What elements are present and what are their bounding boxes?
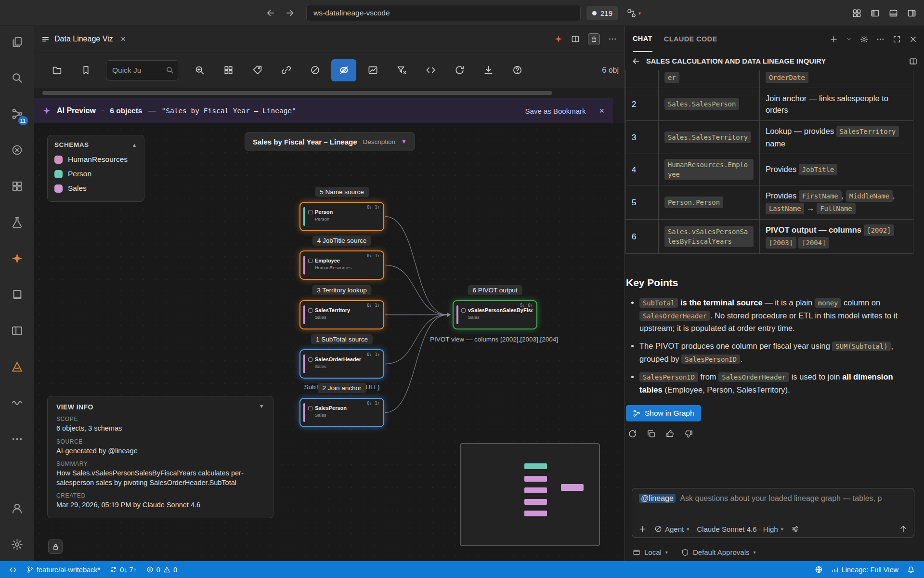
chat-input[interactable]: @lineage Ask questions about your loaded… <box>632 488 914 538</box>
workflow-button[interactable]: ▾ <box>627 6 641 20</box>
thumb-down-icon[interactable] <box>684 429 693 438</box>
activity-item-extensions[interactable] <box>11 180 23 194</box>
canvas-lock-button[interactable] <box>48 539 63 554</box>
chat-body[interactable]: erOrderDate2Sales.SalesPersonJoin anchor… <box>625 70 914 486</box>
graph-node-salesorderheader[interactable]: SalesOrderHeaderSales0↓ 1↑ <box>299 349 384 379</box>
gear-icon[interactable] <box>860 35 868 43</box>
activity-item-account[interactable] <box>11 502 23 516</box>
activity-item-beaker[interactable] <box>11 216 23 230</box>
zoom-in-button[interactable] <box>187 59 212 81</box>
filter-x-button[interactable] <box>389 59 414 81</box>
scrollbar-thumb[interactable] <box>42 91 552 95</box>
horizontal-scrollbar[interactable] <box>34 88 625 98</box>
command-center[interactable]: ws-datalineage-vscode <box>306 5 581 21</box>
mode-picker[interactable]: Agent ▾ <box>654 525 689 533</box>
activity-item-layout-panel[interactable] <box>11 325 23 339</box>
environment-picker[interactable]: Local ▾ <box>633 548 668 556</box>
checkbox-icon[interactable] <box>308 357 312 362</box>
panel-right-icon[interactable] <box>907 9 916 18</box>
ban-button[interactable] <box>302 59 327 81</box>
back-icon[interactable] <box>632 57 640 66</box>
schema-item-sales[interactable]: Sales <box>54 181 137 196</box>
activity-item-gear[interactable] <box>11 539 23 552</box>
refresh-icon[interactable] <box>628 429 637 438</box>
sparkle4-icon[interactable] <box>554 35 563 43</box>
collapse-icon[interactable]: ▲ <box>132 142 138 148</box>
plus-icon[interactable] <box>830 35 838 43</box>
back-icon[interactable] <box>266 8 275 18</box>
more-icon[interactable] <box>608 35 617 43</box>
chat-tab-chat[interactable]: CHAT <box>633 26 652 52</box>
chevron-down-icon[interactable] <box>846 36 852 42</box>
checkbox-icon[interactable] <box>461 308 466 313</box>
chat-input-line[interactable]: @lineage Ask questions about your loaded… <box>639 494 907 503</box>
download-button[interactable] <box>476 59 501 81</box>
banner-close-icon[interactable]: × <box>599 106 604 116</box>
refresh-button[interactable] <box>447 59 472 81</box>
layout-grid-icon[interactable] <box>852 9 861 18</box>
activity-item-book[interactable] <box>11 289 23 302</box>
save-as-bookmark-button[interactable]: Save as Bookmark <box>525 107 586 115</box>
checkbox-icon[interactable] <box>308 210 312 214</box>
minimap[interactable] <box>460 443 600 546</box>
tag-button[interactable] <box>245 59 270 81</box>
graph-node-employee[interactable]: EmployeeHumanResources0↓ 1↑ <box>299 250 384 280</box>
lock-button[interactable] <box>588 33 600 45</box>
remote-indicator[interactable] <box>5 561 21 578</box>
graph-node-person[interactable]: PersonPerson0↓ 1↑ <box>299 202 384 231</box>
problems-status[interactable]: 0 0 <box>142 561 182 578</box>
checkbox-icon[interactable] <box>308 406 312 410</box>
bookmark-button[interactable] <box>73 59 98 81</box>
activity-item-triangle-a[interactable] <box>11 361 23 375</box>
more-icon[interactable] <box>876 35 885 43</box>
attach-button[interactable] <box>638 525 647 533</box>
activity-item-more[interactable] <box>11 433 23 447</box>
chart-monitor-button[interactable] <box>360 59 385 81</box>
browser-status[interactable] <box>810 561 827 578</box>
tab-data-lineage-viz[interactable]: Data Lineage Viz × <box>34 26 133 52</box>
tab-close-icon[interactable]: × <box>121 34 126 44</box>
approvals-picker[interactable]: Default Approvals ▾ <box>681 548 756 556</box>
activity-item-share-graph[interactable]: 11 <box>11 108 23 122</box>
split-icon[interactable] <box>571 35 580 43</box>
lineage-view-status[interactable]: Lineage: Full View <box>827 561 903 578</box>
close-icon[interactable] <box>909 35 917 43</box>
panel-left-icon[interactable] <box>871 9 880 18</box>
activity-item-sparkle[interactable] <box>11 252 23 266</box>
graph-title-pill[interactable]: Sales by Fiscal Year – Lineage Descripti… <box>245 132 415 151</box>
schema-item-humanresources[interactable]: HumanResources <box>54 152 137 167</box>
show-in-graph-button[interactable]: Show in Graph <box>626 405 701 421</box>
chat-tab-claude-code[interactable]: CLAUDE CODE <box>664 26 717 52</box>
description-menu[interactable]: Description <box>363 138 396 145</box>
forward-icon[interactable] <box>285 8 295 18</box>
record-count-pill[interactable]: 219 <box>586 6 618 20</box>
thumb-up-icon[interactable] <box>665 429 675 438</box>
copy-icon[interactable] <box>647 429 656 438</box>
sync-status[interactable]: 0↓ 7↑ <box>105 561 141 578</box>
help-button[interactable] <box>505 59 530 81</box>
activity-item-wave[interactable] <box>11 397 23 411</box>
grid-button[interactable] <box>216 59 241 81</box>
branch-status[interactable]: feature/ai-writeback* <box>22 561 104 578</box>
send-button[interactable] <box>899 525 908 533</box>
code-button[interactable] <box>418 59 443 81</box>
checkbox-icon[interactable] <box>308 259 312 263</box>
model-picker[interactable]: Claude Sonnet 4.6 · High ▾ <box>697 525 783 533</box>
eye-off-button[interactable] <box>331 59 356 81</box>
lineage-canvas[interactable]: SCHEMAS ▲ HumanResourcesPersonSales Sale… <box>34 123 625 561</box>
graph-node-salesperson[interactable]: SalesPersonSales0↓ 1↑ <box>299 398 384 427</box>
folder-button[interactable] <box>44 59 69 81</box>
split-panel-icon[interactable] <box>909 57 917 66</box>
expand-icon[interactable] <box>893 35 901 43</box>
activity-item-search[interactable] <box>11 72 23 86</box>
graph-node-salesterritory[interactable]: SalesTerritorySales0↓ 1↑ <box>299 300 384 329</box>
activity-item-circle-x[interactable] <box>11 144 23 158</box>
notifications-button[interactable] <box>903 561 919 578</box>
panel-bottom-icon[interactable] <box>889 9 898 18</box>
collapse-icon[interactable]: ▼ <box>259 403 264 411</box>
link-button[interactable] <box>273 59 299 81</box>
graph-node-vsalespersonsalesbyfiscalye[interactable]: vSalesPersonSalesByFiscalYe…Sales5↓ 0↑ <box>453 300 537 329</box>
checkbox-icon[interactable] <box>308 308 312 313</box>
activity-item-files[interactable] <box>11 36 23 50</box>
schema-item-person[interactable]: Person <box>54 167 137 181</box>
